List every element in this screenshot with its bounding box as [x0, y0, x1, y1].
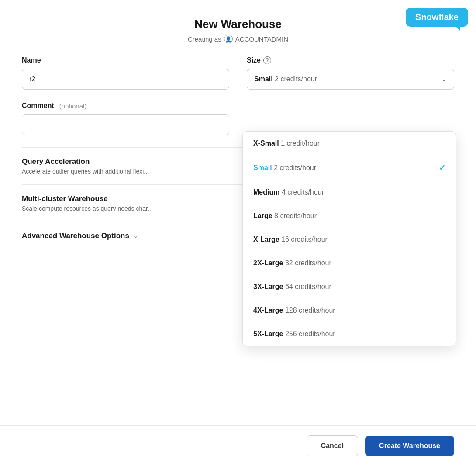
creating-as-label: Creating as	[188, 35, 221, 43]
size-option-xsmall-text: X-Small 1 credit/hour	[253, 139, 320, 147]
size-option-large-text: Large 8 credits/hour	[253, 212, 317, 220]
size-option-5xlarge[interactable]: 5X-Large 256 credits/hour	[243, 322, 456, 346]
modal-title: New Warehouse	[0, 17, 476, 31]
size-option-3xlarge[interactable]: 3X-Large 64 credits/hour	[243, 275, 456, 299]
modal-header: New Warehouse Creating as 👤 ACCOUNTADMIN	[0, 0, 476, 56]
comment-label: Comment (optional)	[22, 102, 229, 110]
size-option-xlarge-text: X-Large 16 credits/hour	[253, 236, 328, 243]
snowflake-brand-badge: Snowflake	[406, 8, 468, 27]
size-select-text: Small 2 credits/hour	[254, 75, 317, 83]
admin-label: ACCOUNTADMIN	[235, 35, 288, 43]
size-option-small-text: Small 2 credits/hour	[253, 164, 316, 172]
snowflake-brand-label: Snowflake	[415, 12, 459, 22]
size-label: Size ?	[247, 56, 454, 64]
comment-group: Comment (optional)	[22, 102, 229, 135]
name-label: Name	[22, 56, 229, 64]
size-option-medium-text: Medium 4 credits/hour	[253, 188, 324, 196]
size-option-small[interactable]: Small 2 credits/hour ✓	[243, 155, 456, 181]
create-warehouse-button[interactable]: Create Warehouse	[365, 436, 454, 456]
size-selected-credits: 2 credits/hour	[275, 75, 317, 83]
size-option-large[interactable]: Large 8 credits/hour	[243, 204, 456, 228]
comment-input[interactable]	[22, 114, 229, 135]
comment-right-spacer	[247, 102, 454, 135]
size-option-3xlarge-text: 3X-Large 64 credits/hour	[253, 283, 331, 291]
modal-subtitle: Creating as 👤 ACCOUNTADMIN	[0, 35, 476, 43]
comment-optional-label: (optional)	[59, 102, 87, 110]
size-option-2xlarge[interactable]: 2X-Large 32 credits/hour	[243, 251, 456, 275]
cancel-button[interactable]: Cancel	[307, 435, 358, 456]
size-help-icon[interactable]: ?	[263, 56, 271, 64]
size-chevron-icon: ⌄	[442, 76, 447, 83]
name-input[interactable]	[22, 69, 229, 90]
size-dropdown-trigger[interactable]: Small 2 credits/hour ⌄	[247, 69, 454, 90]
size-selected-name: Small	[254, 75, 273, 83]
size-option-medium[interactable]: Medium 4 credits/hour	[243, 181, 456, 204]
size-group: Size ? Small 2 credits/hour ⌄	[247, 56, 454, 90]
size-option-xsmall[interactable]: X-Small 1 credit/hour	[243, 132, 456, 155]
new-warehouse-modal: Snowflake New Warehouse Creating as 👤 AC…	[0, 0, 476, 466]
size-option-xlarge[interactable]: X-Large 16 credits/hour	[243, 228, 456, 251]
advanced-options-label: Advanced Warehouse Options	[22, 232, 129, 240]
size-dropdown-menu: X-Small 1 credit/hour Small 2 credits/ho…	[242, 131, 456, 346]
advanced-chevron-icon: ⌄	[133, 232, 138, 240]
name-size-row: Name Size ? Small 2 credits/hour ⌄	[22, 56, 454, 90]
size-option-4xlarge[interactable]: 4X-Large 128 credits/hour	[243, 299, 456, 322]
modal-footer: Cancel Create Warehouse	[0, 425, 476, 466]
size-option-2xlarge-text: 2X-Large 32 credits/hour	[253, 259, 331, 267]
size-option-small-checkmark: ✓	[439, 163, 445, 173]
admin-icon: 👤	[224, 35, 233, 43]
size-option-4xlarge-text: 4X-Large 128 credits/hour	[253, 306, 335, 314]
size-option-5xlarge-text: 5X-Large 256 credits/hour	[253, 330, 335, 338]
comment-row: Comment (optional)	[22, 102, 454, 135]
name-group: Name	[22, 56, 229, 90]
